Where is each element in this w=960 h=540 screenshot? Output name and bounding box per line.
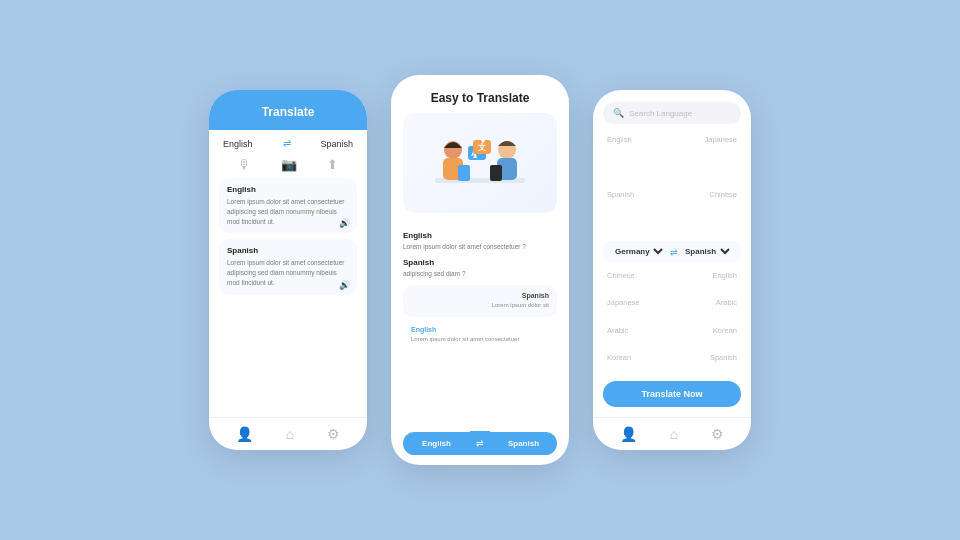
illustration: A 文	[403, 113, 557, 213]
phone3-footer: 👤 ⌂ ⚙	[593, 417, 751, 450]
phone2-header: Easy to Translate	[391, 75, 569, 227]
lang-chinese-b[interactable]: Chinese	[603, 266, 672, 293]
footer-swap[interactable]: ⇌	[470, 431, 490, 455]
lang-korean[interactable]: Korean	[672, 321, 741, 348]
source-block: English Lorem ipsum dolor sit amet conse…	[403, 231, 557, 252]
phone2-body: English Lorem ipsum dolor sit amet conse…	[391, 227, 569, 421]
svg-rect-6	[490, 165, 502, 181]
profile-icon-3[interactable]: 👤	[620, 426, 637, 442]
selector-swap-icon[interactable]: ⇌	[670, 247, 678, 257]
lang-arabic-b[interactable]: Arabic	[603, 321, 672, 348]
language-grid-bottom: Chinese English Japanese Arabic Arabic K…	[593, 266, 751, 375]
phone-translate: Translate English ⇌ Spanish 🎙 📷 ⬆ Englis…	[209, 90, 367, 450]
target-block: Spanish adipiscing sed diam ?	[403, 258, 557, 279]
svg-text:文: 文	[478, 142, 486, 152]
phone-search-language: 🔍 Search Language English Japanese Spani…	[593, 90, 751, 450]
search-placeholder: Search Language	[629, 109, 692, 118]
lang-english[interactable]: English	[603, 130, 672, 185]
source-translation-box: English Lorem ipsum dolor sit amet conse…	[219, 178, 357, 233]
result-box-1: Spanish Lorem ipsum dolor sit	[403, 285, 557, 317]
to-lang-select[interactable]: Spanish English French	[681, 246, 733, 257]
target-lang-text: Lorem ipsum dolor sit amet consectetuer …	[227, 258, 349, 287]
search-icon: 🔍	[613, 108, 624, 118]
target-text: adipiscing sed diam ?	[403, 269, 557, 279]
lang-from[interactable]: English	[223, 139, 253, 149]
phone-easy-translate: Easy to Translate	[391, 75, 569, 465]
result2-label: English	[411, 326, 549, 333]
settings-icon-3[interactable]: ⚙	[711, 426, 724, 442]
phone1-title: Translate	[262, 105, 315, 119]
lang-japanese-b[interactable]: Japanese	[603, 293, 672, 320]
swap-icon[interactable]: ⇌	[283, 138, 291, 149]
footer-btn-spanish[interactable]: Spanish	[490, 432, 557, 455]
lang-korean-b[interactable]: Korean	[603, 348, 672, 375]
lang-chinese[interactable]: Chinese	[672, 185, 741, 240]
phone2-title: Easy to Translate	[403, 91, 557, 105]
speaker-icon-2[interactable]: 🔊	[339, 280, 350, 290]
lang-to[interactable]: Spanish	[320, 139, 353, 149]
source-lang-label: English	[227, 185, 349, 194]
camera-icon[interactable]: 📷	[281, 157, 297, 172]
profile-icon[interactable]: 👤	[236, 426, 253, 442]
translation-body: English Lorem ipsum dolor sit amet conse…	[209, 178, 367, 417]
lang-selector: Germany English French ⇌ Spanish English…	[603, 241, 741, 262]
lang-spanish[interactable]: Spanish	[603, 185, 672, 240]
upload-icon[interactable]: ⬆	[327, 157, 338, 172]
language-bar: English ⇌ Spanish	[209, 130, 367, 153]
result1-text: Lorem ipsum dolor sit	[411, 301, 549, 310]
search-bar[interactable]: 🔍 Search Language	[603, 102, 741, 124]
result1-label: Spanish	[411, 292, 549, 299]
home-icon[interactable]: ⌂	[286, 426, 294, 442]
phone2-footer-bar: English ⇌ Spanish	[391, 421, 569, 465]
source-lang-text: Lorem ipsum dolor sit amet consectetuer …	[227, 197, 349, 226]
home-icon-3[interactable]: ⌂	[670, 426, 678, 442]
result-box-2: English Lorem ipsum dolor sit amet conse…	[403, 321, 557, 349]
target-translation-box: Spanish Lorem ipsum dolor sit amet conse…	[219, 239, 357, 294]
settings-icon[interactable]: ⚙	[327, 426, 340, 442]
svg-rect-3	[458, 165, 470, 181]
phone1-footer: 👤 ⌂ ⚙	[209, 417, 367, 450]
target-label: Spanish	[403, 258, 557, 267]
lang-spanish-b[interactable]: Spanish	[672, 348, 741, 375]
toolbar-icons: 🎙 📷 ⬆	[209, 153, 367, 178]
speaker-icon-1[interactable]: 🔊	[339, 218, 350, 228]
language-grid-top: English Japanese Spanish Chinese	[593, 130, 751, 239]
source-label: English	[403, 231, 557, 240]
lang-japanese[interactable]: Japanese	[672, 130, 741, 185]
from-lang-select[interactable]: Germany English French	[611, 246, 666, 257]
footer-btn-english[interactable]: English	[403, 432, 470, 455]
translate-now-button[interactable]: Translate Now	[603, 381, 741, 407]
target-lang-label: Spanish	[227, 246, 349, 255]
mic-icon[interactable]: 🎙	[238, 157, 251, 172]
source-text: Lorem ipsum dolor sit amet consectetuer …	[403, 242, 557, 252]
result2-text: Lorem ipsum dolor sit amet consectetuer	[411, 335, 549, 344]
swap-arrows-icon: ⇌	[476, 438, 484, 448]
phone1-header: Translate	[209, 90, 367, 130]
lang-arabic[interactable]: Arabic	[672, 293, 741, 320]
lang-english-b[interactable]: English	[672, 266, 741, 293]
